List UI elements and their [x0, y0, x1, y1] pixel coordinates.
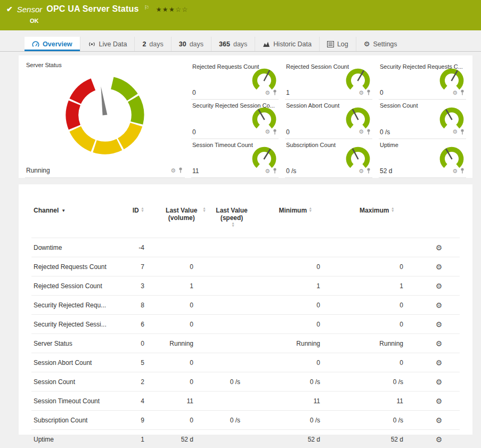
sort-icon[interactable]: ▴▾ — [309, 207, 312, 212]
table-row: Downtime -4 ⚙ — [31, 238, 460, 257]
channel-settings-icon[interactable]: ⚙ — [436, 378, 443, 386]
maximum-value — [335, 238, 418, 257]
column-header-maximum[interactable]: Maximum▴▾ — [335, 205, 418, 238]
gear-icon[interactable]: ⚙ — [452, 129, 458, 135]
broadcast-icon — [88, 41, 96, 47]
channel-name: Subscription Count — [31, 411, 117, 430]
gear-icon[interactable]: ⚙ — [265, 90, 270, 96]
tab-365-days[interactable]: 365 days — [211, 37, 255, 51]
pin-icon[interactable] — [366, 127, 371, 137]
column-header-actions — [418, 205, 460, 238]
channel-settings-icon[interactable]: ⚙ — [436, 243, 443, 252]
tab-bar: Overview Live Data 2 days 30 days 365 da… — [0, 37, 481, 52]
tab-label: 2 — [142, 40, 146, 48]
channel-settings-icon[interactable]: ⚙ — [436, 397, 443, 405]
gauge-card: Security Rejected Requests C... 0 ⚙ — [379, 61, 466, 100]
tab-label: Overview — [43, 40, 72, 48]
column-label: ID — [133, 207, 139, 214]
gear-icon[interactable]: ⚙ — [265, 168, 270, 174]
status-badge: OK — [30, 18, 475, 24]
tab-label: days — [190, 40, 203, 48]
tab-2-days[interactable]: 2 days — [134, 37, 170, 51]
channel-settings-icon[interactable]: ⚙ — [436, 359, 443, 367]
pin-icon[interactable] — [178, 166, 183, 175]
channel-id: 2 — [117, 372, 159, 392]
gear-icon[interactable]: ⚙ — [358, 129, 364, 135]
column-label: Minimum — [279, 207, 307, 214]
last-value-speed — [208, 276, 255, 296]
minimum-value: 11 — [255, 392, 335, 411]
tab-settings[interactable]: ⚙ Settings — [356, 37, 405, 51]
tab-historic-data[interactable]: Historic Data — [255, 37, 319, 51]
tab-label: Log — [337, 40, 348, 48]
tab-label: Settings — [373, 40, 397, 48]
table-row: Server Status 0 Running Running Running … — [31, 334, 460, 353]
minimum-value: 0 — [255, 315, 335, 334]
stars-filled: ★★★ — [156, 6, 175, 13]
channel-settings-icon[interactable]: ⚙ — [436, 435, 443, 444]
gear-icon[interactable]: ⚙ — [265, 129, 270, 135]
gear-icon[interactable]: ⚙ — [358, 90, 364, 96]
sort-icon[interactable]: ▴▾ — [142, 207, 144, 212]
channel-settings-icon[interactable]: ⚙ — [436, 320, 443, 329]
sort-icon[interactable]: ▴▾ — [392, 207, 394, 212]
channel-settings-icon[interactable]: ⚙ — [436, 282, 443, 290]
tab-overview[interactable]: Overview — [25, 37, 80, 51]
gauge-title: Server Status — [25, 61, 185, 68]
pin-icon[interactable] — [273, 127, 277, 137]
channel-settings-icon[interactable]: ⚙ — [436, 339, 443, 348]
gear-icon[interactable]: ⚙ — [358, 168, 364, 174]
channel-settings-icon[interactable]: ⚙ — [436, 301, 443, 309]
channel-id: 4 — [117, 392, 159, 411]
column-label: Last Value (speed) — [213, 207, 251, 222]
column-header-minimum[interactable]: Minimum▴▾ — [255, 205, 335, 238]
gear-icon[interactable]: ⚙ — [452, 168, 458, 174]
flag-icon[interactable]: ⚐ — [144, 4, 150, 11]
channel-settings-icon[interactable]: ⚙ — [436, 416, 443, 425]
gauge-value: 0 — [192, 128, 196, 136]
column-header-last-volume[interactable]: Last Value (volume)▴▾ — [159, 205, 208, 238]
pin-icon[interactable] — [460, 166, 464, 176]
tab-live-data[interactable]: Live Data — [80, 37, 135, 51]
column-header-last-speed[interactable]: Last Value (speed)▴▾ — [208, 205, 255, 238]
gauge-card: Rejected Session Count 1 ⚙ — [285, 61, 372, 100]
gear-icon[interactable]: ⚙ — [452, 90, 458, 96]
maximum-value: Running — [335, 334, 418, 353]
pin-icon[interactable] — [273, 166, 277, 176]
gauge-value: 0 — [192, 89, 196, 96]
pin-icon[interactable] — [366, 88, 371, 97]
gauge-card: Rejected Requests Count 0 ⚙ — [191, 61, 279, 100]
last-value-volume: Running — [159, 334, 208, 353]
column-header-id[interactable]: ID▴▾ — [117, 205, 159, 238]
gear-icon[interactable]: ⚙ — [170, 168, 176, 174]
maximum-value: 0 — [335, 315, 418, 334]
channel-name: Downtime — [31, 238, 117, 257]
table-row: Subscription Count 9 0 0 /s 0 /s 0 /s ⚙ — [31, 411, 460, 430]
gauge-value: 0 /s — [286, 167, 296, 175]
pin-icon[interactable] — [366, 166, 371, 176]
channel-name: Server Status — [31, 334, 117, 353]
channel-settings-icon[interactable]: ⚙ — [436, 263, 443, 271]
table-row: Security Rejected Requ... 8 0 0 0 ⚙ — [31, 296, 460, 315]
channel-id: 3 — [117, 276, 159, 296]
channel-name: Rejected Session Count — [31, 276, 117, 296]
gear-icon: ⚙ — [364, 40, 370, 47]
tab-log[interactable]: Log — [319, 37, 356, 51]
gauge-card: Session Timeout Count 11 ⚙ — [191, 139, 279, 178]
gauge-value: 0 /s — [380, 128, 390, 136]
maximum-value: 0 — [335, 257, 418, 276]
channel-name: Security Rejected Sessi... — [31, 315, 117, 334]
sort-icon[interactable]: ▴▾ — [232, 222, 234, 227]
server-status-cell: Server Status Running ⚙ — [25, 61, 185, 178]
column-header-channel[interactable]: Channel▼ — [31, 205, 117, 238]
pin-icon[interactable] — [460, 127, 464, 137]
pin-icon[interactable] — [273, 88, 277, 97]
gauge-card: Session Abort Count 0 ⚙ — [285, 100, 372, 139]
tab-30-days[interactable]: 30 days — [171, 37, 211, 51]
pin-icon[interactable] — [460, 88, 464, 97]
table-row: Session Count 2 0 0 /s 0 /s 0 /s ⚙ — [31, 372, 460, 392]
gauge-card: Security Rejected Session Co... 0 ⚙ — [191, 100, 279, 139]
column-label: Channel — [34, 207, 59, 214]
priority-stars[interactable]: ★★★☆☆ — [156, 5, 188, 13]
sort-icon[interactable]: ▴▾ — [203, 207, 206, 212]
